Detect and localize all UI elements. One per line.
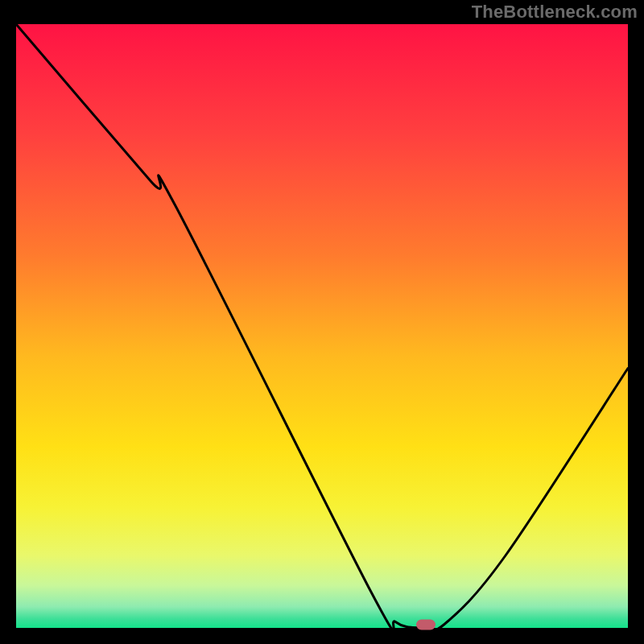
watermark-text: TheBottleneck.com [472,2,638,23]
bottleneck-curve [16,24,628,628]
gradient-background [16,24,628,628]
optimal-point-marker [416,619,436,630]
plot-frame [16,24,628,628]
chart-container: TheBottleneck.com [0,0,644,644]
